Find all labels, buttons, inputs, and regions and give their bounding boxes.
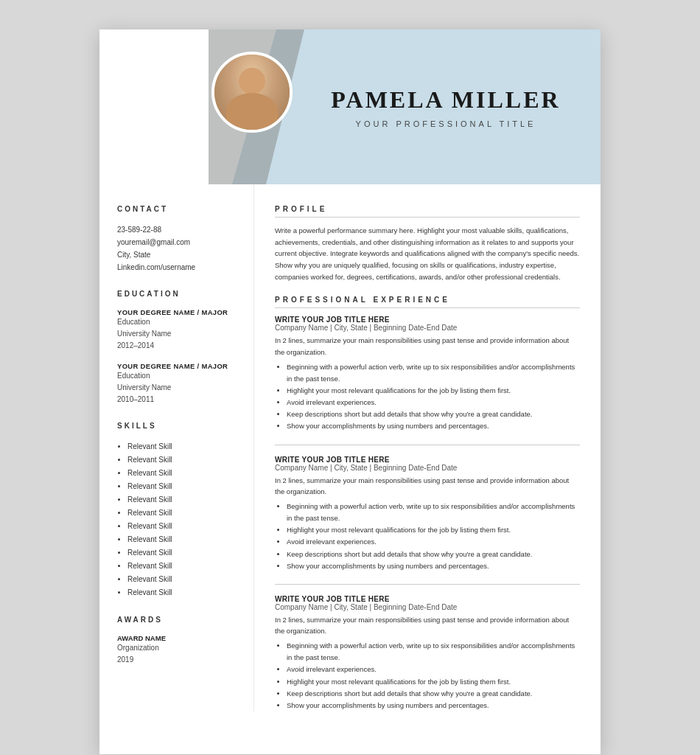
job-title-0: WRITE YOUR JOB TITLE HERE [275, 316, 580, 324]
job-title-1: WRITE YOUR JOB TITLE HERE [275, 456, 580, 464]
awards-title: AWARDS [117, 616, 237, 627]
edu-university-0: University Name [117, 328, 237, 340]
bullet-2-4: Show your accomplishments by using numbe… [287, 700, 580, 711]
bullet-0-2: Avoid irrelevant experiences. [287, 397, 580, 408]
job-bullets-0: Beginning with a powerful action verb, w… [275, 361, 580, 433]
award-name-0: AWARD NAME [117, 634, 237, 642]
profile-section: PROFILE Write a powerful performance sum… [275, 205, 580, 282]
edu-university-1: University Name [117, 382, 237, 394]
bullet-2-3: Keep descriptions short but add details … [287, 688, 580, 700]
edu-degree-1: YOUR DEGREE NAME / MAJOR [117, 362, 237, 370]
awards-section: AWARDS AWARD NAME Organization 2019 [117, 616, 237, 666]
body-area: CONTACT 23-589-22-88 youremail@gmail.com… [99, 184, 601, 754]
edu-years-1: 2010–2011 [117, 394, 237, 406]
candidate-name: PAMELA MILLER [331, 86, 560, 114]
edu-entry-0: YOUR DEGREE NAME / MAJOR Education Unive… [117, 308, 237, 352]
bullet-1-4: Show your accomplishments by using numbe… [287, 560, 580, 572]
contact-linkedin: Linkedin.com/username [117, 261, 237, 274]
bullet-2-0: Beginning with a powerful action verb, w… [287, 640, 580, 664]
profile-photo [214, 55, 290, 130]
contact-city: City, State [117, 248, 237, 261]
edu-entry-1: YOUR DEGREE NAME / MAJOR Education Unive… [117, 362, 237, 406]
skill-item-2: Relevant Skill [127, 467, 237, 480]
education-section: EDUCATION YOUR DEGREE NAME / MAJOR Educa… [117, 290, 237, 406]
job-bullets-1: Beginning with a powerful action verb, w… [275, 501, 580, 572]
skill-item-1: Relevant Skill [127, 453, 237, 467]
job-title-2: WRITE YOUR JOB TITLE HERE [275, 595, 580, 603]
resume-page: PAMELA MILLER YOUR PROFESSIONAL TITLE CO… [99, 29, 601, 754]
edu-level-1: Education [117, 370, 237, 382]
job-entry-1: WRITE YOUR JOB TITLE HERE Company Name |… [275, 456, 580, 572]
skill-item-4: Relevant Skill [127, 493, 237, 507]
main-content: PROFILE Write a powerful performance sum… [254, 184, 601, 754]
skill-item-7: Relevant Skill [127, 533, 237, 546]
bullet-2-2: Highlight your most relevant qualificati… [287, 676, 580, 688]
job-bullets-2: Beginning with a powerful action verb, w… [275, 640, 580, 711]
profile-text: Write a powerful performance summary her… [275, 225, 580, 282]
bullet-1-3: Keep descriptions short but add details … [287, 549, 580, 560]
job-company-0: Company Name | City, State | Beginning D… [275, 324, 580, 332]
contact-email: youremail@gmail.com [117, 236, 237, 248]
skill-item-11: Relevant Skill [127, 586, 237, 599]
bullet-1-1: Highlight your most relevant qualificati… [287, 524, 580, 536]
experience-section: PROFESSIONAL EXPERIENCE WRITE YOUR JOB T… [275, 296, 580, 711]
award-org-0: Organization [117, 642, 237, 654]
contact-phone: 23-589-22-88 [117, 223, 237, 236]
contact-section: CONTACT 23-589-22-88 youremail@gmail.com… [117, 205, 237, 274]
divider-1 [275, 445, 580, 445]
bullet-1-2: Avoid irrelevant experiences. [287, 536, 580, 548]
award-year-0: 2019 [117, 654, 237, 666]
job-company-2: Company Name | City, State | Beginning D… [275, 603, 580, 611]
bullet-0-3: Keep descriptions short but add details … [287, 408, 580, 420]
skill-item-3: Relevant Skill [127, 480, 237, 493]
experience-title: PROFESSIONAL EXPERIENCE [275, 296, 580, 308]
skills-list: Relevant Skill Relevant Skill Relevant S… [117, 440, 237, 599]
job-entry-0: WRITE YOUR JOB TITLE HERE Company Name |… [275, 316, 580, 432]
skills-section: SKILLS Relevant Skill Relevant Skill Rel… [117, 422, 237, 599]
bullet-0-1: Highlight your most relevant qualificati… [287, 385, 580, 397]
award-entry-0: AWARD NAME Organization 2019 [117, 634, 237, 666]
skill-item-5: Relevant Skill [127, 507, 237, 520]
edu-degree-0: YOUR DEGREE NAME / MAJOR [117, 308, 237, 316]
contact-info: 23-589-22-88 youremail@gmail.com City, S… [117, 223, 237, 274]
divider-2 [275, 584, 580, 585]
job-desc-0: In 2 lines, summarize your main responsi… [275, 335, 580, 357]
bullet-0-4: Show your accomplishments by using numbe… [287, 420, 580, 432]
contact-title: CONTACT [117, 205, 237, 216]
job-company-1: Company Name | City, State | Beginning D… [275, 464, 580, 472]
bullet-1-0: Beginning with a powerful action verb, w… [287, 501, 580, 524]
skills-title: SKILLS [117, 422, 237, 433]
candidate-title: YOUR PROFESSIONAL TITLE [356, 119, 536, 128]
education-title: EDUCATION [117, 290, 237, 301]
skill-item-10: Relevant Skill [127, 573, 237, 586]
skill-item-0: Relevant Skill [127, 440, 237, 453]
bullet-0-0: Beginning with a powerful action verb, w… [287, 361, 580, 385]
sidebar: CONTACT 23-589-22-88 youremail@gmail.com… [99, 184, 254, 711]
profile-title: PROFILE [275, 205, 580, 218]
avatar [211, 52, 293, 133]
edu-level-0: Education [117, 316, 237, 328]
header: PAMELA MILLER YOUR PROFESSIONAL TITLE [99, 29, 601, 184]
edu-years-0: 2012–2014 [117, 340, 237, 352]
skill-item-8: Relevant Skill [127, 546, 237, 560]
skill-item-9: Relevant Skill [127, 560, 237, 573]
job-desc-1: In 2 lines, summarize your main responsi… [275, 475, 580, 497]
header-name-area: PAMELA MILLER YOUR PROFESSIONAL TITLE [291, 29, 601, 184]
job-entry-2: WRITE YOUR JOB TITLE HERE Company Name |… [275, 595, 580, 711]
job-desc-2: In 2 lines, summarize your main responsi… [275, 614, 580, 636]
skill-item-6: Relevant Skill [127, 520, 237, 533]
bullet-2-1: Avoid irrelevant experiences. [287, 664, 580, 675]
